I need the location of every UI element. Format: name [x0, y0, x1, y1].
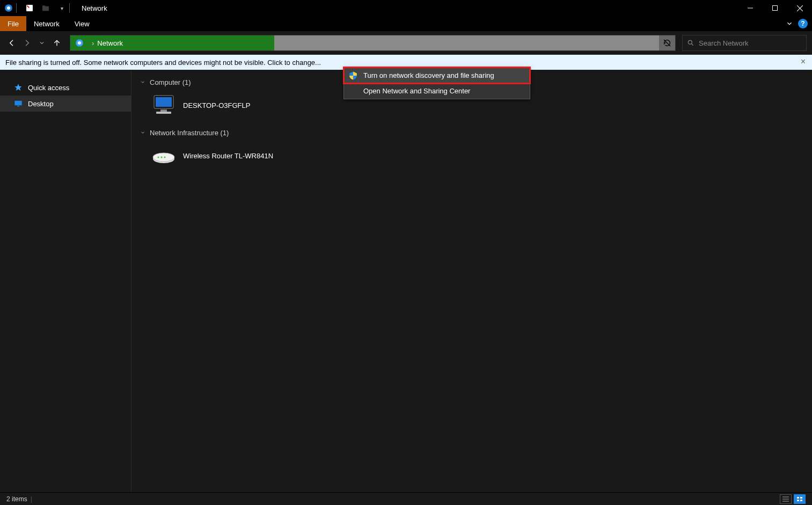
svg-point-24: [158, 157, 159, 158]
star-icon: [14, 83, 23, 92]
group-header-label: Computer (1): [150, 78, 191, 86]
window-title: Network: [82, 4, 107, 12]
svg-rect-4: [42, 5, 45, 7]
address-text: Network: [97, 39, 123, 47]
menu-item-label: Open Network and Sharing Center: [363, 87, 470, 95]
main-body: Quick access Desktop Computer (1): [0, 70, 812, 493]
svg-point-23: [153, 153, 174, 162]
svg-rect-19: [156, 97, 172, 107]
address-bar-segment[interactable]: › Network: [70, 35, 274, 50]
sidebar-item-quick-access[interactable]: Quick access: [0, 79, 131, 96]
list-item-router[interactable]: Wireless Router TL-WR841N: [139, 140, 812, 172]
chevron-down-icon[interactable]: [139, 129, 147, 136]
status-item-count: 2 items: [6, 495, 27, 503]
svg-rect-16: [14, 101, 21, 106]
chevron-down-icon[interactable]: [139, 78, 147, 86]
svg-marker-15: [14, 84, 21, 91]
computer-icon: [151, 92, 177, 118]
help-icon[interactable]: ?: [798, 19, 808, 28]
qat-customize-icon[interactable]: ▾: [56, 3, 67, 13]
new-folder-icon[interactable]: [40, 3, 51, 13]
info-bar-close-icon[interactable]: ×: [801, 57, 806, 67]
refresh-button[interactable]: [659, 35, 675, 50]
svg-line-14: [692, 44, 693, 46]
svg-rect-6: [773, 6, 778, 11]
tab-view[interactable]: View: [67, 16, 97, 31]
maximize-button[interactable]: [763, 0, 787, 16]
title-bar: ▾ Network: [0, 0, 812, 16]
content-pane[interactable]: Computer (1) DESKTOP-O3FGFLP Network Inf…: [131, 70, 812, 493]
tab-file[interactable]: File: [0, 16, 26, 31]
ribbon-right: ?: [784, 16, 808, 31]
view-large-icons-button[interactable]: [794, 494, 806, 504]
back-button[interactable]: [5, 36, 18, 49]
search-placeholder: Search Network: [699, 39, 748, 47]
status-bar: 2 items |: [0, 492, 812, 505]
status-right: [780, 494, 806, 504]
view-details-button[interactable]: [780, 494, 792, 504]
sidebar-item-label: Desktop: [28, 100, 54, 108]
separator: [16, 3, 17, 13]
info-bar-message: File sharing is turned off. Some network…: [5, 58, 321, 67]
svg-point-11: [78, 41, 81, 45]
tab-network[interactable]: Network: [26, 16, 67, 31]
uac-shield-icon: [348, 71, 358, 80]
svg-rect-32: [797, 500, 799, 501]
list-item-label: DESKTOP-O3FGFLP: [183, 101, 250, 109]
svg-point-26: [164, 157, 166, 158]
breadcrumb-chevron-icon[interactable]: ›: [92, 39, 94, 47]
menu-item-turn-on-discovery[interactable]: Turn on network discovery and file shari…: [344, 68, 530, 83]
recent-locations-button[interactable]: [35, 36, 48, 49]
address-bar[interactable]: › Network: [70, 35, 676, 51]
svg-rect-21: [156, 112, 171, 114]
group-header-label: Network Infrastructure (1): [150, 129, 229, 137]
svg-point-1: [7, 6, 10, 10]
quick-access-toolbar: ▾: [21, 3, 67, 13]
svg-rect-17: [17, 106, 19, 106]
list-item-label: Wireless Router TL-WR841N: [183, 152, 273, 160]
router-icon: [151, 143, 177, 169]
network-location-icon: [74, 37, 85, 49]
up-button[interactable]: [50, 36, 63, 49]
sidebar-item-label: Quick access: [28, 84, 69, 92]
separator: [69, 3, 70, 13]
app-icon: [3, 3, 14, 13]
context-menu: Turn on network discovery and file shari…: [343, 67, 530, 99]
desktop-icon: [14, 99, 23, 108]
search-icon: [683, 39, 699, 47]
separator: |: [31, 495, 32, 503]
window-controls: [738, 0, 812, 16]
properties-icon[interactable]: [24, 3, 35, 13]
svg-rect-20: [160, 109, 167, 112]
menu-item-label: Turn on network discovery and file shari…: [363, 71, 494, 79]
menu-item-open-sharing-center[interactable]: Open Network and Sharing Center: [344, 83, 530, 99]
svg-rect-31: [800, 497, 802, 499]
search-input[interactable]: Search Network: [682, 35, 807, 51]
ribbon-tabs: File Network View ?: [0, 16, 812, 31]
svg-point-13: [688, 40, 692, 44]
svg-rect-33: [800, 500, 802, 501]
ribbon-collapse-icon[interactable]: [784, 18, 795, 29]
forward-button[interactable]: [20, 36, 33, 49]
navigation-row: › Network Search Network: [0, 31, 812, 55]
svg-point-25: [161, 157, 163, 158]
title-bar-left: ▾ Network: [0, 0, 107, 16]
minimize-button[interactable]: [738, 0, 763, 16]
group-header-network-infra[interactable]: Network Infrastructure (1): [139, 126, 812, 140]
navigation-pane: Quick access Desktop: [0, 70, 131, 493]
sidebar-item-desktop[interactable]: Desktop: [0, 96, 131, 112]
close-button[interactable]: [787, 0, 812, 16]
svg-rect-30: [797, 497, 799, 499]
